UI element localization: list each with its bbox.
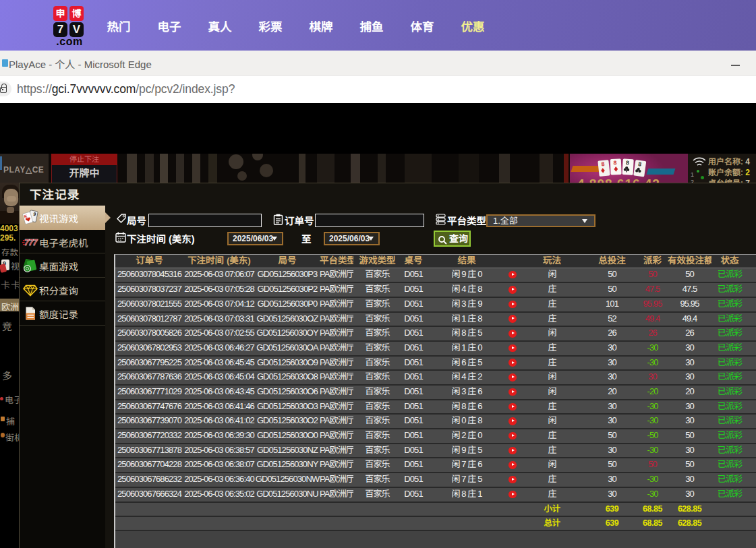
svg-text:777: 777 — [24, 237, 38, 247]
svg-text:8: 8 — [626, 159, 630, 166]
svg-text:8: 8 — [614, 159, 617, 166]
